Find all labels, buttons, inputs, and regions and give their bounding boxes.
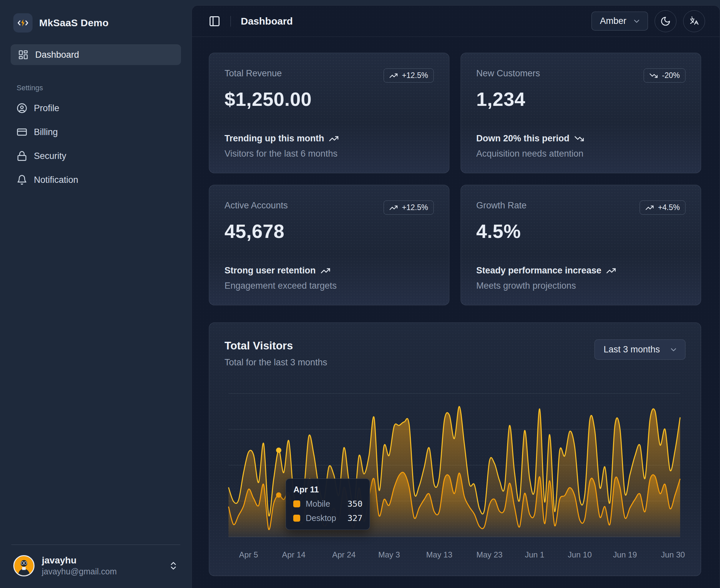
trending-up-icon <box>320 266 331 276</box>
trending-up-icon <box>389 71 398 80</box>
dashboard-icon <box>18 49 28 60</box>
user-circle-icon <box>17 103 27 113</box>
topbar-separator <box>231 16 231 26</box>
trending-up-icon <box>389 204 398 212</box>
x-axis-tick: May 3 <box>378 550 400 560</box>
stat-footer-secondary: Acquisition needs attention <box>476 149 685 159</box>
stat-footer-secondary: Engagement exceed targets <box>224 281 434 291</box>
moon-icon <box>660 16 671 26</box>
chart-tooltip: Apr 11 Mobile 350 Desktop 327 <box>286 479 370 530</box>
code-zap-logo-icon <box>13 13 33 33</box>
stat-badge-value: +12.5% <box>402 203 428 212</box>
desktop-series-swatch <box>293 514 300 522</box>
sidebar-item-label: Notification <box>34 175 78 185</box>
stat-badge: -20% <box>644 68 685 83</box>
mobile-series-swatch <box>293 500 300 507</box>
credit-card-icon <box>17 127 27 138</box>
stat-card-total-revenue: Total Revenue +12.5% $1,250.00 Trending … <box>209 53 449 173</box>
lock-icon <box>17 151 27 161</box>
range-select[interactable]: Last 3 months <box>595 339 685 360</box>
languages-icon <box>689 16 699 26</box>
x-axis-tick: Jun 10 <box>568 550 592 560</box>
stat-cards: Total Revenue +12.5% $1,250.00 Trending … <box>209 53 701 305</box>
theme-select-value: Amber <box>600 16 626 26</box>
sidebar-item-notification[interactable]: Notification <box>11 170 181 190</box>
stat-badge: +4.5% <box>640 201 685 215</box>
sidebar-item-profile[interactable]: Profile <box>11 98 181 118</box>
stat-footer-primary: Steady performance increase <box>476 266 601 276</box>
stat-card-new-customers: New Customers -20% 1,234 Down 20% this p… <box>461 53 701 173</box>
stat-value: 4.5% <box>476 220 685 242</box>
stat-footer-secondary: Visitors for the last 6 months <box>224 149 434 159</box>
sidebar-item-label: Security <box>34 151 66 161</box>
stat-card-growth-rate: Growth Rate +4.5% 4.5% Steady performanc… <box>461 185 701 305</box>
stat-label: New Customers <box>476 68 540 79</box>
theme-select[interactable]: Amber <box>592 12 648 30</box>
chevron-down-icon <box>632 17 641 25</box>
stat-value: 1,234 <box>476 88 685 110</box>
stat-footer-primary: Trending up this month <box>224 133 324 144</box>
tooltip-date: Apr 11 <box>293 485 362 495</box>
bell-icon <box>17 174 27 185</box>
sidebar-nav: Dashboard Settings Profile Billing Secu <box>11 44 181 194</box>
topbar: Dashboard Amber <box>192 6 720 37</box>
main-panel: Dashboard Amber <box>192 5 720 588</box>
chart-subtitle: Total for the last 3 months <box>224 357 327 368</box>
x-axis-tick: May 13 <box>426 550 452 560</box>
stat-card-active-accounts: Active Accounts +12.5% 45,678 Strong use… <box>209 185 449 305</box>
sidebar-divider <box>11 545 180 545</box>
sidebar-section-settings: Settings <box>17 84 181 92</box>
tooltip-row-mobile: Mobile 350 <box>293 499 362 509</box>
x-axis-tick: Jun 19 <box>613 550 637 560</box>
app-logo[interactable]: MkSaaS Demo <box>11 11 181 35</box>
stat-badge: +12.5% <box>384 201 434 215</box>
x-axis-tick: Jun 30 <box>661 550 685 560</box>
page-title: Dashboard <box>241 16 293 27</box>
stat-footer-primary: Strong user retention <box>224 266 316 276</box>
stat-label: Growth Rate <box>476 201 527 211</box>
sidebar-item-dashboard[interactable]: Dashboard <box>11 44 181 65</box>
chevron-down-icon <box>669 345 678 354</box>
area-chart[interactable]: Apr 11 Mobile 350 Desktop 327 Apr 5Apr 1 <box>224 390 685 566</box>
trending-up-icon <box>606 266 616 276</box>
x-axis-tick: Apr 24 <box>332 550 356 560</box>
sidebar: MkSaaS Demo Dashboard Settings Profile <box>0 0 192 588</box>
dashboard-content: Total Revenue +12.5% $1,250.00 Trending … <box>192 37 720 576</box>
chart-x-axis: Apr 5Apr 14Apr 24May 3May 13May 23Jun 1J… <box>224 550 685 565</box>
sidebar-item-label: Profile <box>34 103 59 113</box>
theme-mode-button[interactable] <box>655 10 677 32</box>
chevrons-up-down-icon <box>168 561 178 571</box>
range-select-value: Last 3 months <box>603 344 660 355</box>
stat-label: Total Revenue <box>224 68 282 79</box>
sidebar-item-security[interactable]: Security <box>11 146 181 166</box>
sidebar-item-billing[interactable]: Billing <box>11 122 181 142</box>
trending-down-icon <box>649 71 658 80</box>
user-email: javayhu@gmail.com <box>42 566 161 577</box>
x-axis-tick: May 23 <box>476 550 502 560</box>
x-axis-tick: Apr 14 <box>282 550 305 560</box>
stat-footer-primary: Down 20% this period <box>476 133 569 144</box>
user-menu[interactable]: javayhu javayhu@gmail.com <box>11 553 181 578</box>
stat-badge-value: +4.5% <box>658 203 680 212</box>
stat-value: $1,250.00 <box>224 88 434 110</box>
trending-up-icon <box>645 204 654 212</box>
trending-up-icon <box>329 134 339 144</box>
x-axis-tick: Apr 5 <box>239 550 258 560</box>
app-title: MkSaaS Demo <box>39 17 108 28</box>
app-root: MkSaaS Demo Dashboard Settings Profile <box>0 0 720 588</box>
user-avatar <box>13 555 35 576</box>
language-button[interactable] <box>683 10 705 32</box>
sidebar-item-label: Dashboard <box>35 50 79 60</box>
stat-label: Active Accounts <box>224 201 288 211</box>
stat-value: 45,678 <box>224 220 434 242</box>
trending-down-icon <box>574 134 584 144</box>
stat-badge-value: +12.5% <box>402 71 428 80</box>
sidebar-toggle-icon[interactable] <box>208 15 221 27</box>
x-axis-tick: Jun 1 <box>525 550 544 560</box>
stat-badge-value: -20% <box>662 71 680 80</box>
chart-title: Total Visitors <box>224 339 327 352</box>
stat-footer-secondary: Meets growth projections <box>476 281 685 291</box>
tooltip-row-desktop: Desktop 327 <box>293 513 362 523</box>
sidebar-item-label: Billing <box>34 127 58 138</box>
stat-badge: +12.5% <box>384 68 434 83</box>
